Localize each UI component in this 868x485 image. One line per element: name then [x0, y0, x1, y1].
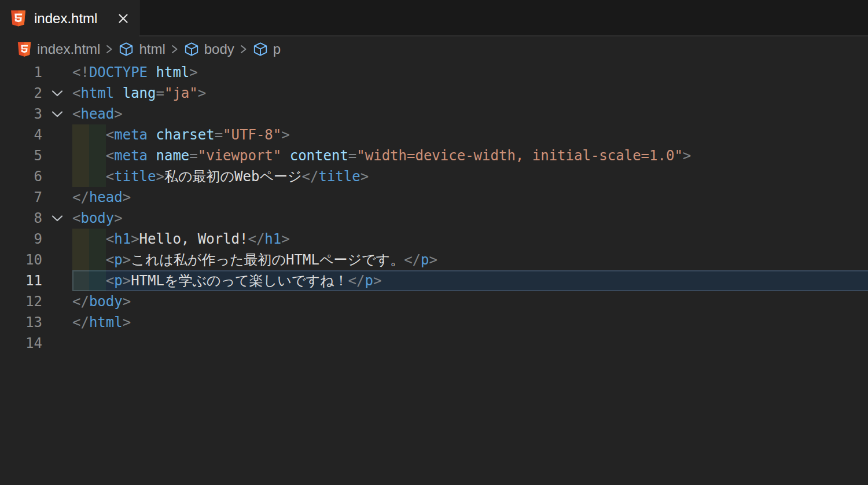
- breadcrumb-label: p: [273, 41, 281, 57]
- symbol-cube-icon: [253, 42, 268, 57]
- line-number: 1: [0, 62, 42, 83]
- line-number: 4: [0, 124, 42, 145]
- code-line-text: <body>: [72, 208, 868, 229]
- code-line-text: </html>: [72, 312, 868, 333]
- line-number: 11: [0, 270, 42, 291]
- line-number: 12: [0, 291, 42, 312]
- fold-chevron-down-icon[interactable]: [42, 208, 72, 229]
- tab-label: index.html: [34, 10, 111, 27]
- chevron-right-icon: [104, 42, 115, 57]
- code-line[interactable]: 4 <meta charset="UTF-8">: [0, 124, 868, 145]
- code-line-text: <p>HTMLを学ぶのって楽しいですね！</p>: [72, 270, 868, 291]
- fold-gutter: [42, 187, 72, 208]
- code-line-text: </head>: [72, 187, 868, 208]
- line-number: 10: [0, 249, 42, 270]
- code-line[interactable]: 8 <body>: [0, 208, 868, 229]
- fold-gutter: [42, 270, 72, 291]
- tab-bar: index.html: [0, 0, 868, 36]
- fold-chevron-down-icon[interactable]: [42, 83, 72, 104]
- code-line-text: <title>私の最初のWebページ</title>: [72, 166, 868, 187]
- breadcrumb-label: html: [139, 41, 165, 57]
- code-editor[interactable]: 1<!DOCTYPE html>2 <html lang="ja">3 <hea…: [0, 62, 868, 485]
- fold-gutter: [42, 166, 72, 187]
- html5-file-icon: [17, 42, 32, 57]
- breadcrumb: index.html html body p: [0, 36, 868, 62]
- breadcrumb-item-index-html[interactable]: index.html: [17, 41, 100, 57]
- code-line[interactable]: 14: [0, 333, 868, 354]
- breadcrumb-item-body[interactable]: body: [184, 41, 234, 57]
- line-number: 14: [0, 333, 42, 354]
- code-line[interactable]: 3 <head>: [0, 104, 868, 124]
- line-number: 7: [0, 187, 42, 208]
- code-line-text: </body>: [72, 291, 868, 312]
- close-icon[interactable]: [116, 11, 131, 26]
- fold-gutter: [42, 249, 72, 270]
- breadcrumb-label: index.html: [37, 41, 100, 57]
- html5-file-icon: [10, 10, 27, 27]
- code-line[interactable]: 5 <meta name="viewport" content="width=d…: [0, 145, 868, 166]
- fold-gutter: [42, 62, 72, 83]
- line-number: 6: [0, 166, 42, 187]
- code-line-text: <!DOCTYPE html>: [72, 62, 868, 83]
- fold-gutter: [42, 312, 72, 333]
- code-line-text: <meta charset="UTF-8">: [72, 124, 868, 145]
- line-number: 5: [0, 145, 42, 166]
- chevron-right-icon: [238, 42, 249, 57]
- fold-gutter: [42, 229, 72, 249]
- code-line[interactable]: 13</html>: [0, 312, 868, 333]
- tab-index-html[interactable]: index.html: [0, 0, 139, 36]
- code-line[interactable]: 12</body>: [0, 291, 868, 312]
- breadcrumb-item-html[interactable]: html: [119, 41, 165, 57]
- line-number: 9: [0, 229, 42, 249]
- fold-chevron-down-icon[interactable]: [42, 104, 72, 124]
- line-number: 2: [0, 83, 42, 104]
- code-line-text: <meta name="viewport" content="width=dev…: [72, 145, 868, 166]
- symbol-cube-icon: [119, 42, 134, 57]
- chevron-right-icon: [170, 42, 180, 57]
- code-line[interactable]: 11 <p>HTMLを学ぶのって楽しいですね！</p>: [0, 270, 868, 291]
- code-line-text: <h1>Hello, World!</h1>: [72, 229, 868, 249]
- breadcrumb-item-p[interactable]: p: [253, 41, 281, 57]
- code-line[interactable]: 7</head>: [0, 187, 868, 208]
- code-line-text: <head>: [72, 104, 868, 124]
- code-line[interactable]: 2 <html lang="ja">: [0, 83, 868, 104]
- fold-gutter: [42, 291, 72, 312]
- code-line[interactable]: 10 <p>これは私が作った最初のHTMLページです。</p>: [0, 249, 868, 270]
- symbol-cube-icon: [184, 42, 199, 57]
- code-line-text: [72, 333, 868, 354]
- line-number: 13: [0, 312, 42, 333]
- breadcrumb-label: body: [204, 41, 234, 57]
- code-line-text: <p>これは私が作った最初のHTMLページです。</p>: [72, 249, 868, 270]
- code-line[interactable]: 1<!DOCTYPE html>: [0, 62, 868, 83]
- fold-gutter: [42, 333, 72, 354]
- fold-gutter: [42, 145, 72, 166]
- code-line-text: <html lang="ja">: [72, 83, 868, 104]
- line-number: 3: [0, 104, 42, 124]
- code-line[interactable]: 6 <title>私の最初のWebページ</title>: [0, 166, 868, 187]
- code-line[interactable]: 9 <h1>Hello, World!</h1>: [0, 229, 868, 249]
- line-number: 8: [0, 208, 42, 229]
- fold-gutter: [42, 124, 72, 145]
